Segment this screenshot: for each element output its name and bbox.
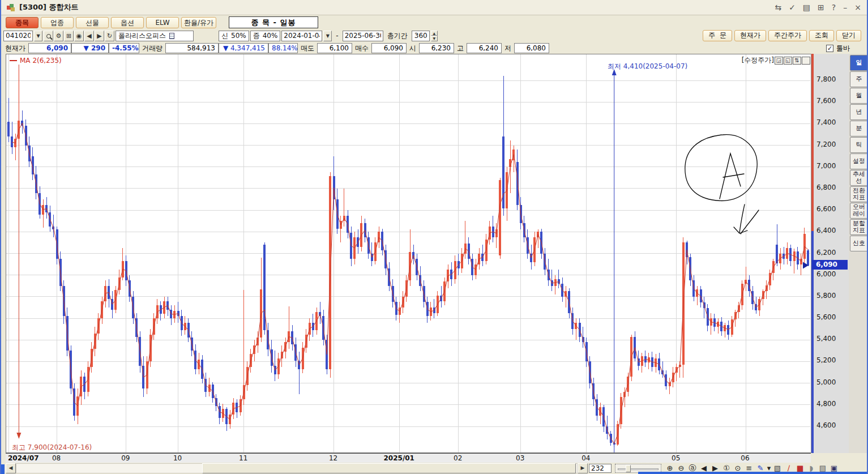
candle-body <box>499 180 501 256</box>
button-주간주가[interactable]: 주간주가 <box>768 30 807 41</box>
window-controls: ⇆✓▤⊞?–× <box>775 3 861 12</box>
app-icon <box>7 4 15 11</box>
ma-line-swatch <box>10 60 17 61</box>
price-tick-label: 7,200 <box>816 140 836 148</box>
copy-icon[interactable]: ▤ <box>803 3 810 12</box>
toolbar-icon-group: ⚙⊞◉◀▶↻ <box>44 31 114 41</box>
jeung-box: 증 40% <box>250 31 281 41</box>
hand-annotation <box>739 204 745 233</box>
market-tab-업종[interactable]: 업종 <box>41 17 74 28</box>
period-week-button[interactable]: 주 <box>850 71 868 87</box>
shin-label: 신 <box>219 31 230 41</box>
adjusted-price-bar: [수정주가] ◲◱⇅ <box>742 55 810 65</box>
period-input[interactable] <box>412 31 430 41</box>
stock-code-input[interactable] <box>3 31 33 41</box>
candle-body <box>776 245 778 263</box>
ma-legend-text: MA 2(6,235) <box>20 57 62 65</box>
link-windows-icon[interactable]: ⇆ <box>775 3 781 12</box>
app-window: [5300] 종합차트 ⇆✓▤⊞?–× 종목업종선물옵션ELW환율/유가 종 목… <box>0 0 868 474</box>
month-tick-label: 12 <box>329 454 337 462</box>
field-label: 고 <box>454 44 467 53</box>
scrollbar-thumb[interactable] <box>202 463 576 473</box>
market-tab-종목[interactable]: 종목 <box>6 17 39 28</box>
shin-value: 50% <box>230 32 249 40</box>
time-axis: 2024/0708091011122025/010203040506 <box>6 453 811 463</box>
field-value: 6,230 <box>419 43 454 53</box>
button-주문[interactable]: 주 문 <box>703 30 732 41</box>
month-tick-label: 10 <box>173 454 182 462</box>
toolbar-checkbox[interactable]: ✓ <box>826 45 833 52</box>
period-spinner[interactable]: ▲▼ <box>431 31 438 41</box>
period-year-button[interactable]: 년 <box>850 104 868 120</box>
popup-icon[interactable]: ⊞ <box>818 3 824 12</box>
date-dropdown-button[interactable]: ▼ <box>323 31 332 41</box>
confirm-icon[interactable]: ✓ <box>789 3 796 12</box>
field-label: 저 <box>502 44 514 53</box>
field-value: -4.55% <box>109 43 139 53</box>
crosshair-tool-icon[interactable]: ◲ <box>775 57 783 65</box>
right-sidebar: 일주월년분틱설정추세선전환지표오버레이분할지표신호 <box>849 54 868 453</box>
price-tick-label: 5,600 <box>816 313 836 321</box>
chart-area[interactable]: MA 2(6,235) [수정주가] ◲◱⇅ 최고 7,900(2024-07-… <box>6 54 811 453</box>
price-tick-label: 6,800 <box>816 183 836 191</box>
period-label: 총기간 <box>384 31 411 41</box>
settings-button[interactable]: 설정 <box>850 153 868 169</box>
refresh-icon[interactable]: ↻ <box>105 31 114 41</box>
switch-indicator-button[interactable]: 전환지표 <box>850 186 868 202</box>
split-indicator-button[interactable]: 분할지표 <box>850 219 868 235</box>
button-조회[interactable]: 조회 <box>809 30 834 41</box>
period-tick-button[interactable]: 틱 <box>850 137 868 153</box>
market-tab-환율/유가[interactable]: 환율/유가 <box>181 17 216 28</box>
candlestick-plot[interactable] <box>6 54 810 452</box>
period-minute-button[interactable]: 분 <box>850 121 868 136</box>
signal-button[interactable]: 신호 <box>850 236 868 251</box>
hand-annotation <box>741 210 759 234</box>
field-value: 88.14% <box>268 43 298 53</box>
trendline-button[interactable]: 추세선 <box>850 170 868 186</box>
visible-count-input[interactable] <box>589 464 612 473</box>
code-dropdown-button[interactable]: ▼ <box>34 31 42 41</box>
market-tab-선물[interactable]: 선물 <box>76 17 109 28</box>
eye-icon[interactable]: ◉ <box>74 31 84 41</box>
stock-name: 폴라리스오피스 <box>118 31 166 41</box>
minimize-icon[interactable]: – <box>843 3 847 12</box>
toolbar-checkbox-label: 툴바 <box>836 44 850 53</box>
price-axis: 6,090 7,8007,6007,4007,2007,0006,8006,60… <box>811 54 849 453</box>
field-value: 6,240 <box>467 43 502 53</box>
period-day-button[interactable]: 일 <box>850 55 868 71</box>
price-tick-label: 6,200 <box>816 249 836 257</box>
scroll-right-button[interactable]: ▶ <box>578 463 588 473</box>
next-icon[interactable]: ▶ <box>95 31 104 41</box>
button-닫기[interactable]: 닫기 <box>836 30 861 41</box>
high-marker-label: 최고 7,900(2024-07-16) <box>12 443 92 452</box>
blank-box[interactable] <box>802 57 810 65</box>
document-icon <box>169 33 174 39</box>
hand-annotation <box>723 174 744 177</box>
date-to-input[interactable] <box>343 31 383 41</box>
button-현재가[interactable]: 현재가 <box>734 30 766 41</box>
close-icon[interactable]: × <box>854 3 861 12</box>
market-tab-옵션[interactable]: 옵션 <box>111 17 144 28</box>
field-value: 584,913 <box>165 43 219 53</box>
zoom-slider-handle[interactable] <box>626 465 631 472</box>
data-window-icon[interactable]: ◱ <box>784 57 792 65</box>
window-copy-icon[interactable]: ⊞ <box>64 31 74 41</box>
market-tab-ELW[interactable]: ELW <box>146 17 179 28</box>
scroll-left-button[interactable]: ◀ <box>6 463 16 473</box>
scale-toggle-icon[interactable]: ⇅ <box>793 57 801 65</box>
period-month-button[interactable]: 월 <box>850 88 868 104</box>
month-tick-label: 08 <box>52 454 61 462</box>
price-tick-label: 5,800 <box>816 292 836 300</box>
search-icon[interactable] <box>44 31 53 41</box>
stock-name-box[interactable]: 폴라리스오피스 <box>116 31 194 41</box>
price-info-cells: 현재가6,090▼ 290-4.55%거래량584,913▼ 4,347,415… <box>2 43 549 53</box>
gear-icon[interactable]: ⚙ <box>54 31 63 41</box>
title-bar: [5300] 종합차트 ⇆✓▤⊞?–× <box>1 0 867 15</box>
overlay-button[interactable]: 오버레이 <box>850 203 868 219</box>
field-label: 시 <box>407 44 419 53</box>
date-from-input[interactable] <box>281 31 322 41</box>
help-icon[interactable]: ? <box>832 3 836 12</box>
prev-icon[interactable]: ◀ <box>84 31 94 41</box>
month-tick-label: 09 <box>121 454 130 462</box>
right-button-group: 주 문현재가주간주가조회닫기 <box>703 30 865 41</box>
